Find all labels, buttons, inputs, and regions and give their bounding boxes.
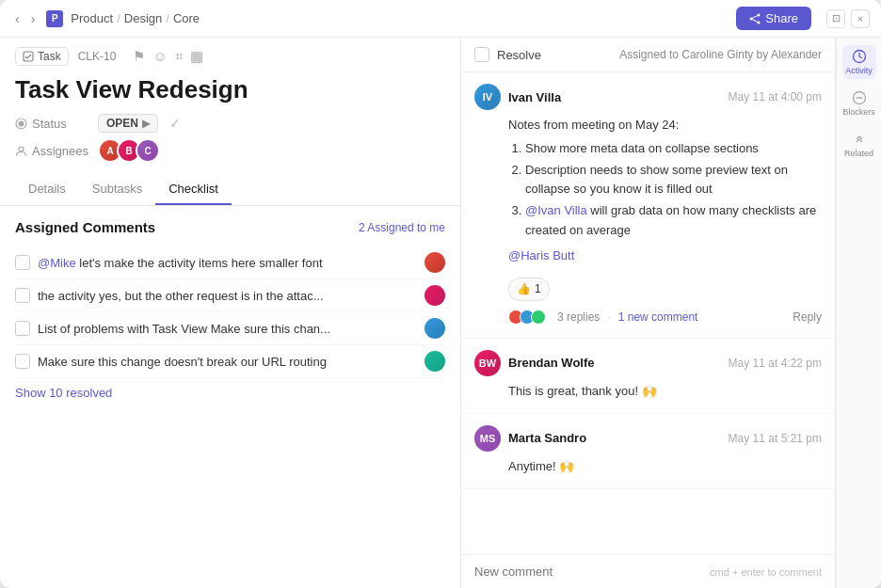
comment-2-time: May 11 at 4:22 pm bbox=[729, 357, 822, 370]
image-icon[interactable]: ▦ bbox=[190, 48, 203, 65]
task-meta: Status OPEN ▶ ✓ Assignees A B bbox=[0, 110, 460, 167]
activity-label: Activity bbox=[845, 66, 873, 75]
avatar-3: C bbox=[136, 138, 160, 163]
item-text-3: List of problems with Task View Make sur… bbox=[38, 322, 417, 336]
reaction-thumbs-up[interactable]: 👍 1 bbox=[508, 278, 550, 301]
emoji-icon[interactable]: ☺ bbox=[152, 48, 167, 65]
tag-icon[interactable]: ⌗ bbox=[175, 48, 183, 65]
comment-1-intro: Notes from meeting on May 24: bbox=[508, 116, 822, 135]
mini-av-3 bbox=[531, 310, 546, 325]
resolve-label: Resolve bbox=[497, 48, 541, 62]
sidebar-item-blockers[interactable]: Blockers bbox=[842, 87, 876, 120]
item-text-2: the activity yes, but the other request … bbox=[38, 289, 417, 303]
reaction-emoji: 👍 bbox=[517, 280, 531, 298]
breadcrumb-sep-1: / bbox=[117, 11, 120, 25]
back-button[interactable]: ‹ bbox=[11, 9, 24, 28]
activity-pane: Resolve Assigned to Caroline Ginty by Al… bbox=[461, 38, 836, 588]
toolbar-icons: ⚑ ☺ ⌗ ▦ bbox=[133, 48, 202, 65]
new-comment-input[interactable] bbox=[474, 564, 710, 579]
svg-line-3 bbox=[751, 15, 759, 19]
main-layout: Task CLK-10 ⚑ ☺ ⌗ ▦ Task View Redesign S… bbox=[0, 38, 881, 588]
new-comment-hint: cmd + enter to comment bbox=[710, 566, 822, 578]
show-resolved-link[interactable]: Show 10 resolved bbox=[15, 386, 112, 400]
status-badge[interactable]: OPEN ▶ bbox=[98, 114, 158, 133]
checklist-item-2: the activity yes, but the other request … bbox=[15, 279, 445, 312]
comment-3-text: Anytime! 🙌 bbox=[508, 459, 574, 473]
blockers-label: Blockers bbox=[842, 107, 875, 117]
tabs: Details Subtasks Checklist bbox=[0, 174, 460, 206]
right-panel: Resolve Assigned to Caroline Ginty by Al… bbox=[461, 38, 881, 588]
task-type-badge: Task bbox=[15, 47, 69, 66]
task-type-label: Task bbox=[38, 50, 61, 63]
svg-line-4 bbox=[751, 19, 759, 23]
reply-button-1[interactable]: Reply bbox=[793, 309, 822, 326]
share-button[interactable]: Share bbox=[736, 7, 811, 30]
task-icon bbox=[23, 51, 34, 62]
window-controls: ⊡ × bbox=[826, 9, 870, 28]
breadcrumb-design: Design bbox=[124, 11, 162, 25]
check-box-1[interactable] bbox=[15, 255, 30, 270]
checklist-item-1: @Mike let's make the activity items here… bbox=[15, 246, 445, 279]
status-check-icon[interactable]: ✓ bbox=[169, 116, 181, 131]
sidebar-item-related[interactable]: Related bbox=[842, 128, 876, 162]
comment-1-time: May 11 at 4:00 pm bbox=[729, 90, 822, 103]
new-comment-bar: cmd + enter to comment bbox=[461, 554, 835, 588]
section-title: Assigned Comments bbox=[15, 219, 155, 235]
comment-1-mention: @Haris Butt bbox=[508, 246, 822, 266]
related-icon bbox=[852, 132, 867, 147]
forward-button[interactable]: › bbox=[27, 9, 40, 28]
reaction-count: 1 bbox=[535, 280, 541, 298]
comment-3-avatar: MS bbox=[474, 425, 501, 452]
check-box-4[interactable] bbox=[15, 354, 30, 369]
flag-icon[interactable]: ⚑ bbox=[133, 48, 145, 65]
replies-count: 3 replies bbox=[557, 309, 600, 326]
comment-1-avatar: IV bbox=[474, 84, 501, 110]
comment-1-reply-avatars bbox=[508, 310, 546, 325]
comment-2-header: BW Brendan Wolfe May 11 at 4:22 pm bbox=[474, 350, 822, 376]
comment-3-body: Anytime! 🙌 bbox=[474, 457, 822, 477]
breadcrumb-sep-2: / bbox=[166, 11, 169, 25]
check-box-2[interactable] bbox=[15, 288, 30, 303]
left-pane: Task CLK-10 ⚑ ☺ ⌗ ▦ Task View Redesign S… bbox=[0, 38, 461, 588]
titlebar: ‹ › P Product / Design / Core Share ⊡ × bbox=[0, 0, 881, 38]
breadcrumb-product: Product bbox=[71, 11, 113, 25]
tab-subtasks[interactable]: Subtasks bbox=[79, 174, 155, 205]
item-avatar-1 bbox=[424, 252, 445, 273]
check-box-3[interactable] bbox=[15, 321, 30, 336]
resolve-checkbox[interactable] bbox=[474, 47, 489, 62]
tab-checklist[interactable]: Checklist bbox=[155, 174, 232, 205]
status-arrow-icon: ▶ bbox=[142, 118, 150, 130]
breadcrumb-core: Core bbox=[173, 11, 200, 25]
checklist-pane: Assigned Comments 2 Assigned to me @Mike… bbox=[0, 206, 460, 588]
status-row: Status OPEN ▶ ✓ bbox=[15, 114, 445, 133]
app-window: ‹ › P Product / Design / Core Share ⊡ × bbox=[0, 0, 881, 588]
assignees-label: Assignees bbox=[15, 144, 90, 158]
related-label: Related bbox=[844, 149, 873, 158]
sidebar-item-activity[interactable]: Activity bbox=[842, 45, 876, 79]
comment-1-actions: 3 replies · 1 new comment Reply bbox=[508, 309, 822, 326]
section-header: Assigned Comments 2 Assigned to me bbox=[15, 219, 445, 235]
comment-1-header: IV Ivan Villa May 11 at 4:00 pm bbox=[474, 84, 822, 110]
comment-2-body: This is great, thank you! 🙌 bbox=[474, 382, 822, 402]
task-title: Task View Redesign bbox=[0, 66, 460, 110]
svg-point-8 bbox=[19, 147, 24, 151]
tab-details[interactable]: Details bbox=[15, 174, 79, 205]
comment-1-list-item-3: @Ivan Villa will grab data on how many c… bbox=[525, 201, 822, 241]
comment-2: BW Brendan Wolfe May 11 at 4:22 pm This … bbox=[461, 339, 835, 414]
minimize-button[interactable]: ⊡ bbox=[826, 9, 845, 28]
side-icons: Activity Blockers Related bbox=[836, 38, 881, 588]
assignees-row: Assignees A B C bbox=[15, 138, 445, 163]
comment-1-body: Notes from meeting on May 24: Show more … bbox=[474, 116, 822, 326]
new-comment-link[interactable]: 1 new comment bbox=[618, 309, 698, 326]
item-avatar-3 bbox=[424, 318, 445, 339]
assigned-info: Assigned to Caroline Ginty by Alexander bbox=[619, 48, 822, 61]
comment-2-text: This is great, thank you! 🙌 bbox=[508, 384, 657, 398]
comments-list: IV Ivan Villa May 11 at 4:00 pm Notes fr… bbox=[461, 72, 835, 554]
svg-point-7 bbox=[19, 120, 24, 126]
assigned-count[interactable]: 2 Assigned to me bbox=[359, 221, 445, 234]
comment-1-author: Ivan Villa bbox=[508, 90, 561, 104]
activity-icon bbox=[852, 49, 867, 64]
breadcrumb: Product / Design / Core bbox=[71, 11, 200, 25]
item-avatar-2 bbox=[424, 285, 445, 306]
close-button[interactable]: × bbox=[851, 9, 870, 28]
